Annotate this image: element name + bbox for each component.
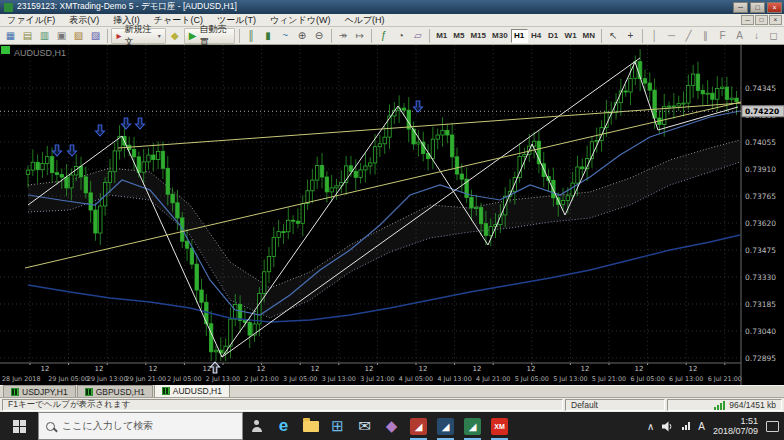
close-button[interactable]: × [767, 2, 782, 13]
trendline-button[interactable]: ╱ [681, 28, 697, 44]
periods-button[interactable]: ◔ [393, 28, 409, 44]
svg-text:5 Jul 13:00: 5 Jul 13:00 [553, 375, 587, 383]
timeframe-d1-button[interactable]: D1 [545, 29, 562, 43]
svg-text:2 Jul 21:00: 2 Jul 21:00 [244, 375, 278, 383]
search-placeholder: ここに入力して検索 [62, 419, 153, 433]
network-icon[interactable] [682, 422, 690, 430]
fibonacci-icon: F [719, 29, 725, 43]
timeframe-m5-button[interactable]: M5 [450, 29, 467, 43]
window-titlebar[interactable]: 23159123: XMTrading-Demo 5 - デモ口座 - [AUD… [0, 0, 784, 14]
timeframe-h1-button[interactable]: H1 [511, 29, 528, 43]
timeframe-mn-button[interactable]: MN [580, 29, 598, 43]
search-icon [46, 422, 55, 431]
ime-indicator[interactable]: A [698, 421, 705, 432]
candlestick-icon: ▮ [265, 29, 271, 43]
cursor-icon: ↖ [609, 29, 617, 43]
svg-text:0.73185: 0.73185 [745, 300, 776, 309]
timeframe-m1-button[interactable]: M1 [433, 29, 450, 43]
candlestick-button[interactable]: ▮ [260, 28, 276, 44]
start-button[interactable] [0, 412, 38, 440]
tray-chevron-icon[interactable]: ∧ [647, 421, 654, 432]
svg-text:6 Jul 21:00: 6 Jul 21:00 [708, 375, 742, 383]
new-order-icon: ▸ [116, 29, 121, 43]
store-icon[interactable]: ⊞ [324, 412, 351, 440]
terminal-button[interactable]: ▨ [88, 28, 104, 44]
text-button[interactable]: A [732, 28, 748, 44]
svg-text:29 Jun 21:00: 29 Jun 21:00 [125, 375, 166, 383]
channel-button[interactable]: ∥ [698, 28, 714, 44]
zoom-in-button[interactable]: ⊕ [294, 28, 310, 44]
child-restore-button[interactable]: □ [755, 15, 768, 25]
fibonacci-button[interactable]: F [715, 28, 731, 44]
crosshair-button[interactable]: + [623, 28, 639, 44]
market-watch-button[interactable]: ▥ [37, 28, 53, 44]
people-icon[interactable] [243, 412, 270, 440]
menu-item-file[interactable]: ファイル(F) [0, 14, 62, 26]
mail-icon[interactable]: ✉ [351, 412, 378, 440]
svg-text:3 Jul 05:00: 3 Jul 05:00 [283, 375, 317, 383]
menu-item-view[interactable]: 表示(V) [62, 14, 106, 26]
zoom-out-button[interactable]: ⊖ [311, 28, 327, 44]
notification-center-icon[interactable] [766, 421, 779, 432]
svg-text:29 Jun 05:00: 29 Jun 05:00 [48, 375, 89, 383]
svg-text:0.74345: 0.74345 [745, 84, 776, 93]
one-click-trading-button[interactable] [1, 46, 10, 54]
timeframe-h4-button[interactable]: H4 [528, 29, 545, 43]
templates-button[interactable]: ▱ [410, 28, 426, 44]
auto-scroll-button[interactable]: ↠ [335, 28, 351, 44]
timeframe-w1-button[interactable]: W1 [562, 29, 580, 43]
cursor-button[interactable]: ↖ [606, 28, 622, 44]
app-icon-purple[interactable]: ◆ [378, 412, 405, 440]
shapes-button[interactable]: ◻ [766, 28, 782, 44]
data-window-button[interactable]: ▣ [54, 28, 70, 44]
child-window-controls: ─ □ × [740, 15, 784, 25]
maximize-button[interactable]: □ [750, 2, 765, 13]
channel-icon: ∥ [703, 29, 708, 43]
chart-tab-audusd[interactable]: AUDUSD,H1 [154, 384, 230, 397]
edge-icon[interactable]: e [270, 412, 297, 440]
metaeditor-button[interactable]: ◆ [167, 28, 183, 44]
child-close-button[interactable]: × [769, 15, 782, 25]
vertical-line-button[interactable]: │ [647, 28, 663, 44]
profiles-button[interactable]: ▤ [20, 28, 36, 44]
minimize-button[interactable]: ─ [733, 2, 748, 13]
arrows-button[interactable]: ↓ [749, 28, 765, 44]
timeframe-m15-button[interactable]: M15 [467, 29, 489, 43]
mt4-terminal-icon-1[interactable]: ◢ [405, 412, 432, 440]
bar-chart-button[interactable]: ║ [243, 28, 259, 44]
taskbar-clock[interactable]: 1:51 2018/07/09 [713, 416, 758, 436]
menu-item-help[interactable]: ヘルプ(H) [337, 14, 391, 26]
navigator-button[interactable]: ▧ [71, 28, 87, 44]
horizontal-line-button[interactable]: ─ [664, 28, 680, 44]
svg-text:0.73620: 0.73620 [745, 219, 776, 228]
autotrading-button[interactable]: ▶自動売買 [184, 28, 235, 44]
app-icon [4, 3, 13, 12]
svg-text:12: 12 [365, 365, 374, 373]
indicators-button[interactable]: ƒ [376, 28, 392, 44]
timeframe-m30-button[interactable]: M30 [489, 29, 511, 43]
speaker-icon[interactable] [662, 421, 674, 432]
file-explorer-icon[interactable] [297, 412, 324, 440]
mt4-terminal-icon-3[interactable]: ◢ [459, 412, 486, 440]
chart-tab-gbpusd[interactable]: GBPUSD,H1 [77, 385, 153, 397]
taskbar-search-input[interactable]: ここに入力して検索 [38, 412, 243, 440]
toolbar-separator [331, 29, 332, 43]
svg-text:12: 12 [41, 365, 50, 373]
svg-text:2 Jul 13:00: 2 Jul 13:00 [206, 375, 240, 383]
line-chart-button[interactable]: ~ [277, 28, 293, 44]
chart-shift-button[interactable]: ↦ [352, 28, 368, 44]
price-chart[interactable]: 28 Jun 201829 Jun 05:0029 Jun 13:0029 Ju… [0, 45, 784, 385]
mt4-terminal-icon-2[interactable]: ◢ [432, 412, 459, 440]
xm-icon[interactable]: XM [486, 412, 513, 440]
status-profile[interactable]: Default [565, 399, 665, 411]
svg-text:4 Jul 21:00: 4 Jul 21:00 [476, 375, 510, 383]
svg-text:12: 12 [689, 365, 698, 373]
chart-tab-usdjpy[interactable]: USDJPY,H1 [3, 385, 76, 397]
child-minimize-button[interactable]: ─ [741, 15, 754, 25]
new-order-button[interactable]: ▸新規注文▾ [111, 28, 165, 44]
new-chart-button[interactable]: ▦ [3, 28, 19, 44]
menu-item-window[interactable]: ウィンドウ(W) [263, 14, 338, 26]
taskbar-apps: e⊞✉◆◢◢◢XM [243, 412, 513, 440]
bar-chart-icon: ║ [248, 29, 255, 43]
toolbar-separator [107, 29, 108, 43]
